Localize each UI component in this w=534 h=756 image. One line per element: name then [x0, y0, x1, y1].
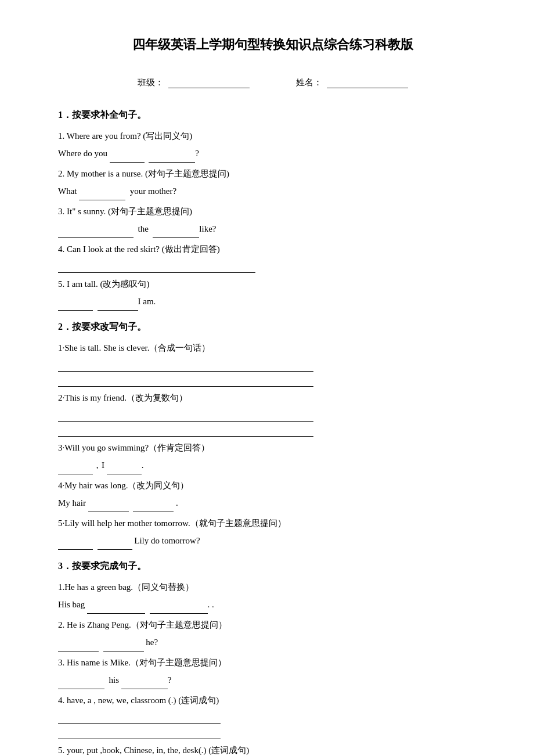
question-3-5: 5. your, put ,book, Chinese, in, the, de…: [58, 741, 488, 756]
question-1-1: 1. Where are you from? (写出同义句) Where do …: [58, 127, 488, 163]
section-1: 1．按要求补全句子。 1. Where are you from? (写出同义句…: [58, 109, 488, 311]
blank-1-2-a[interactable]: [79, 182, 125, 200]
class-info: 班级：: [138, 77, 250, 88]
blank-2-4-a[interactable]: [88, 494, 129, 512]
q1-2-text: 2. My mother is a nurse. (对句子主题意思提问): [58, 165, 488, 182]
question-3-1: 1.He has a green bag.（同义句替换） His bag . .: [58, 578, 488, 614]
blank-2-3-b[interactable]: [107, 456, 142, 474]
answer-line-3-4a[interactable]: [58, 711, 221, 724]
blank-3-3-b[interactable]: [121, 671, 168, 689]
q3-2-answer: he?: [58, 633, 488, 651]
blank-1-1-b[interactable]: [149, 145, 195, 163]
q2-2-text: 2·This is my friend.（改为复数句）: [58, 389, 488, 406]
question-3-4: 4. have, a , new, we, classroom (.) (连词成…: [58, 692, 488, 739]
question-1-4: 4. Can I look at the red skirt? (做出肯定回答): [58, 240, 488, 273]
blank-2-3-a[interactable]: [58, 456, 93, 474]
q1-1-text: 1. Where are you from? (写出同义句): [58, 127, 488, 145]
section-2: 2．按要求改写句子。 1·She is tall. She is clever.…: [58, 321, 488, 550]
q2-1-text: 1·She is tall. She is clever.（合成一句话）: [58, 339, 488, 357]
blank-2-4-b[interactable]: [133, 494, 174, 512]
blank-2-5-a[interactable]: [58, 532, 93, 550]
q3-1-text: 1.He has a green bag.（同义句替换）: [58, 578, 488, 596]
question-1-2: 2. My mother is a nurse. (对句子主题意思提问) Wha…: [58, 165, 488, 200]
q1-5-text: 5. I am tall. (改为感叹句): [58, 275, 488, 293]
section-2-title: 2．按要求改写句子。: [58, 321, 488, 333]
q3-1-answer: His bag . .: [58, 596, 488, 614]
question-2-2: 2·This is my friend.（改为复数句）: [58, 389, 488, 437]
page-title: 四年级英语上学期句型转换知识点综合练习科教版: [58, 35, 488, 54]
name-label: 姓名：: [296, 77, 322, 88]
blank-3-1-a[interactable]: [87, 596, 145, 614]
question-2-1: 1·She is tall. She is clever.（合成一句话）: [58, 339, 488, 387]
q2-4-answer: My hair .: [58, 494, 488, 512]
blank-1-3-a[interactable]: [58, 220, 134, 238]
answer-line-3-4b[interactable]: [58, 726, 221, 739]
answer-line-2-1b[interactable]: [58, 374, 313, 387]
student-info: 班级： 姓名：: [58, 77, 488, 88]
section-3-title: 3．按要求完成句子。: [58, 560, 488, 573]
blank-3-3-a[interactable]: [58, 671, 104, 689]
question-3-3: 3. His name is Mike.（对句子主题意思提问） his ?: [58, 654, 488, 689]
q2-3-answer: ，I .: [58, 456, 488, 474]
name-field[interactable]: [327, 78, 408, 88]
question-3-2: 2. He is Zhang Peng.（对句子主题意思提问） he?: [58, 616, 488, 651]
q2-3-text: 3·Will you go swimming?（作肯定回答）: [58, 439, 488, 456]
name-info: 姓名：: [296, 77, 408, 88]
q2-4-text: 4·My hair was long.（改为同义句）: [58, 477, 488, 494]
class-label: 班级：: [138, 77, 164, 88]
answer-line-1-4[interactable]: [58, 260, 255, 273]
question-1-3: 3. It" s sunny. (对句子主题意思提问) the like?: [58, 203, 488, 238]
q3-2-text: 2. He is Zhang Peng.（对句子主题意思提问）: [58, 616, 488, 633]
blank-2-5-b[interactable]: [98, 532, 132, 550]
blank-1-1-a[interactable]: [110, 145, 145, 163]
blank-1-5-a[interactable]: [58, 293, 93, 311]
q3-3-answer: his ?: [58, 671, 488, 689]
question-2-4: 4·My hair was long.（改为同义句） My hair .: [58, 477, 488, 512]
question-2-5: 5·Lily will help her mother tomorrow.（就句…: [58, 514, 488, 550]
answer-line-2-2a[interactable]: [58, 409, 313, 422]
blank-3-2-a[interactable]: [58, 633, 99, 651]
blank-3-2-b[interactable]: [103, 633, 144, 651]
q1-2-answer: What your mother?: [58, 182, 488, 200]
q3-3-text: 3. His name is Mike.（对句子主题意思提问）: [58, 654, 488, 671]
q3-5-text: 5. your, put ,book, Chinese, in, the, de…: [58, 741, 488, 756]
answer-line-2-1a[interactable]: [58, 359, 313, 372]
section-1-title: 1．按要求补全句子。: [58, 109, 488, 121]
blank-3-1-b[interactable]: [150, 596, 208, 614]
q1-3-text: 3. It" s sunny. (对句子主题意思提问): [58, 203, 488, 220]
question-2-3: 3·Will you go swimming?（作肯定回答） ，I .: [58, 439, 488, 474]
q2-5-text: 5·Lily will help her mother tomorrow.（就句…: [58, 514, 488, 532]
question-1-5: 5. I am tall. (改为感叹句) I am.: [58, 275, 488, 311]
class-field[interactable]: [168, 78, 250, 88]
answer-line-2-2b[interactable]: [58, 424, 313, 437]
q1-1-answer: Where do you ?: [58, 145, 488, 163]
q3-4-text: 4. have, a , new, we, classroom (.) (连词成…: [58, 692, 488, 709]
q1-3-answer: the like?: [58, 220, 488, 238]
section-3: 3．按要求完成句子。 1.He has a green bag.（同义句替换） …: [58, 560, 488, 756]
q1-5-answer: I am.: [58, 293, 488, 311]
blank-1-5-b[interactable]: [98, 293, 138, 311]
q2-5-answer: Lily do tomorrow?: [58, 532, 488, 550]
blank-1-3-b[interactable]: [153, 220, 199, 238]
q1-4-text: 4. Can I look at the red skirt? (做出肯定回答): [58, 240, 488, 258]
